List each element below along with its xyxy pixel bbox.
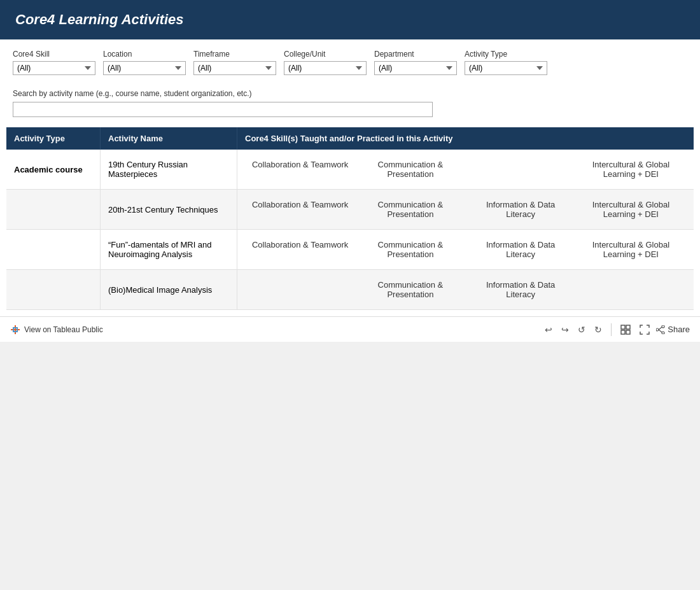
svg-line-13	[659, 327, 662, 330]
skills-grid-4: Communication & Presentation Information…	[245, 277, 686, 302]
core4skill-label: Core4 Skill	[13, 50, 95, 59]
svg-rect-8	[621, 330, 625, 334]
location-filter: Location (All)	[103, 50, 186, 75]
share-label: Share	[668, 325, 690, 334]
row-skills-1: Collaboration & Teamwork Communication &…	[237, 150, 694, 189]
table-wrapper: Activity Type Activity Name Core4 Skill(…	[6, 127, 694, 310]
bottom-bar: View on Tableau Public ↩ ↪ ↺ ↻	[0, 316, 700, 342]
skill-cell-2-3: Intercultural & Global Learning + DEI	[576, 197, 686, 221]
back-button[interactable]: ↺	[575, 323, 588, 336]
timeframe-select[interactable]: (All)	[193, 61, 276, 75]
table-section: Activity Type Activity Name Core4 Skill(…	[0, 127, 700, 310]
row-name-3: “Fun”-damentals of MRI and Neuroimaging …	[101, 230, 237, 269]
search-section: Search by activity name (e.g., course na…	[0, 81, 700, 127]
skill-cell-2-2: Information & Data Literacy	[466, 197, 576, 221]
forward-button[interactable]: ↻	[592, 323, 605, 336]
skill-cell-4-3	[576, 277, 686, 302]
tableau-icon	[10, 325, 20, 335]
bottom-controls: ↩ ↪ ↺ ↻	[542, 323, 690, 336]
skill-cell-2-1: Communication & Presentation	[355, 197, 465, 221]
filters-section: Core4 Skill (All) Location (All) Timefra…	[0, 39, 700, 81]
row-type-2	[6, 190, 101, 229]
department-filter: Department (All)	[374, 50, 457, 75]
department-select[interactable]: (All)	[374, 61, 457, 75]
table-row: 20th-21st Century Techniques Collaborati…	[6, 190, 694, 230]
skill-cell-1-1: Communication & Presentation	[355, 157, 465, 181]
row-type-4	[6, 270, 101, 309]
location-select[interactable]: (All)	[103, 61, 186, 75]
page-header: Core4 Learning Activities	[0, 0, 700, 39]
share-icon	[656, 325, 665, 334]
college-select[interactable]: (All)	[284, 61, 367, 75]
share-button[interactable]: Share	[656, 325, 690, 334]
core4skill-filter: Core4 Skill (All)	[13, 50, 95, 75]
page-title: Core4 Learning Activities	[15, 11, 685, 28]
skills-grid-1: Collaboration & Teamwork Communication &…	[245, 157, 686, 181]
timeframe-label: Timeframe	[193, 50, 276, 59]
row-type-3	[6, 230, 101, 269]
search-label: Search by activity name (e.g., course na…	[13, 89, 687, 98]
tableau-brand[interactable]: View on Tableau Public	[10, 325, 103, 335]
activitytype-label: Activity Type	[465, 50, 547, 59]
row-name-2: 20th-21st Century Techniques	[101, 190, 237, 229]
college-label: College/Unit	[284, 50, 367, 59]
fullscreen-icon	[640, 325, 650, 335]
svg-rect-1	[11, 329, 20, 330]
skills-grid-2: Collaboration & Teamwork Communication &…	[245, 197, 686, 221]
row-skills-4: Communication & Presentation Information…	[237, 270, 694, 309]
svg-point-11	[662, 332, 664, 334]
activitytype-filter: Activity Type (All)	[465, 50, 547, 75]
search-input[interactable]	[13, 102, 433, 117]
svg-rect-7	[626, 325, 630, 329]
table-header: Activity Type Activity Name Core4 Skill(…	[6, 127, 694, 150]
location-label: Location	[103, 50, 186, 59]
row-type-1: Academic course	[6, 150, 101, 189]
timeframe-filter: Timeframe (All)	[193, 50, 276, 75]
svg-point-12	[656, 328, 659, 331]
table-row: Academic course 19th Century Russian Mas…	[6, 150, 694, 190]
layout-icon	[620, 325, 631, 335]
controls-separator	[611, 323, 612, 336]
skill-cell-4-1: Communication & Presentation	[355, 277, 465, 302]
svg-point-10	[662, 325, 664, 328]
department-label: Department	[374, 50, 457, 59]
skill-cell-3-0: Collaboration & Teamwork	[245, 237, 355, 262]
skill-cell-1-3: Intercultural & Global Learning + DEI	[576, 157, 686, 181]
svg-rect-5	[13, 331, 18, 332]
row-skills-2: Collaboration & Teamwork Communication &…	[237, 190, 694, 229]
row-name-4: (Bio)Medical Image Analysis	[101, 270, 237, 309]
row-name-1: 19th Century Russian Masterpieces	[101, 150, 237, 189]
skill-cell-1-2	[466, 157, 576, 181]
skills-grid-3: Collaboration & Teamwork Communication &…	[245, 237, 686, 262]
svg-rect-9	[626, 330, 630, 334]
skill-cell-4-0	[245, 277, 355, 302]
svg-rect-4	[13, 327, 18, 328]
table-row: (Bio)Medical Image Analysis Communicatio…	[6, 270, 694, 310]
col-header-name: Activity Name	[101, 127, 237, 150]
svg-rect-6	[621, 325, 625, 329]
filters-row: Core4 Skill (All) Location (All) Timefra…	[13, 50, 687, 75]
college-filter: College/Unit (All)	[284, 50, 367, 75]
fullscreen-button[interactable]	[637, 323, 652, 336]
col-header-type: Activity Type	[6, 127, 101, 150]
skill-cell-4-2: Information & Data Literacy	[466, 277, 576, 302]
table-row: “Fun”-damentals of MRI and Neuroimaging …	[6, 230, 694, 270]
skill-cell-1-0: Collaboration & Teamwork	[245, 157, 355, 181]
skill-cell-3-1: Communication & Presentation	[355, 237, 465, 262]
tableau-brand-label: View on Tableau Public	[24, 325, 103, 334]
row-skills-3: Collaboration & Teamwork Communication &…	[237, 230, 694, 269]
skill-cell-2-0: Collaboration & Teamwork	[245, 197, 355, 221]
core4skill-select[interactable]: (All)	[13, 61, 95, 75]
redo-button[interactable]: ↪	[559, 323, 571, 336]
layout-button[interactable]	[618, 323, 633, 336]
col-header-skills: Core4 Skill(s) Taught and/or Practiced i…	[237, 127, 694, 150]
skill-cell-3-2: Information & Data Literacy	[466, 237, 576, 262]
activitytype-select[interactable]: (All)	[465, 61, 547, 75]
skill-cell-3-3: Intercultural & Global Learning + DEI	[576, 237, 686, 262]
svg-line-14	[659, 330, 662, 332]
undo-button[interactable]: ↩	[542, 323, 555, 336]
